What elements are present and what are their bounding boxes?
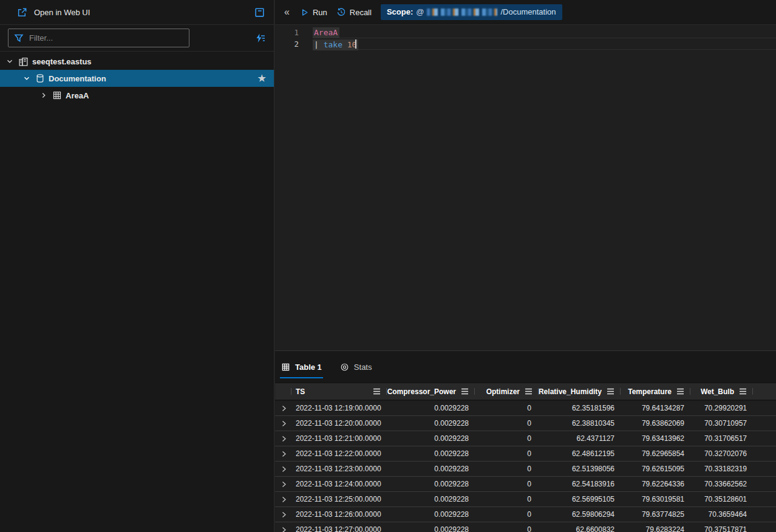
tree-item-database[interactable]: Documentation ★ — [0, 70, 274, 87]
line-number: 2 — [275, 39, 304, 49]
table-row[interactable]: 2022-11-03 12:25:00.0000 0.0029228 0 62.… — [275, 492, 776, 507]
table-row[interactable]: 2022-11-03 12:21:00.0000 0.0029228 0 62.… — [275, 431, 776, 446]
cell-temperature: 79.62965854 — [621, 449, 690, 458]
table-row[interactable]: 2022-11-03 12:23:00.0000 0.0029228 0 62.… — [275, 462, 776, 477]
cell-ts: 2022-11-03 12:26:00.0000 — [291, 510, 387, 519]
cell-wet-bulb: 70.35128601 — [690, 495, 753, 503]
row-expand-icon[interactable] — [275, 496, 291, 503]
cell-optimizer: 0 — [475, 434, 539, 443]
cell-relative-humidity: 62.48612195 — [539, 449, 621, 458]
cell-wet-bulb: 70.29920291 — [690, 404, 753, 412]
filter-input[interactable]: Filter... — [8, 29, 189, 47]
cell-relative-humidity: 62.56995105 — [539, 495, 621, 503]
cell-optimizer: 0 — [475, 510, 539, 519]
cell-optimizer: 0 — [475, 419, 539, 428]
cell-compressor-power: 0.0029228 — [387, 495, 475, 503]
column-header-ts: TS — [291, 383, 387, 400]
chevron-right-icon[interactable] — [39, 91, 49, 100]
cell-relative-humidity: 62.54183916 — [539, 480, 621, 488]
column-label: Wet_Bulb — [701, 387, 734, 396]
collapse-panel-button[interactable]: « — [283, 7, 291, 17]
run-button[interactable]: Run — [300, 8, 327, 17]
tree-item-table[interactable]: AreaA — [0, 87, 274, 104]
text-cursor — [355, 39, 356, 49]
sidebar-header: Open in Web UI — [0, 0, 274, 25]
stats-icon — [340, 363, 349, 372]
cell-optimizer: 0 — [475, 525, 539, 532]
results-tabs: Table 1 Stats — [275, 351, 776, 383]
sidebar-title: Open in Web UI — [34, 8, 90, 17]
results-table: TS Compressor_Power Optimizer — [275, 383, 776, 532]
tab-table-1[interactable]: Table 1 — [281, 351, 322, 383]
chevron-down-icon[interactable] — [22, 74, 32, 83]
sidebar: Open in Web UI Filter... — [0, 0, 274, 532]
column-header-relative-humidity: Relative_Humidity — [539, 383, 621, 400]
column-label: Compressor_Power — [387, 387, 456, 396]
column-menu-icon[interactable] — [373, 388, 381, 395]
cell-compressor-power: 0.0029228 — [387, 434, 475, 443]
row-expand-icon[interactable] — [275, 450, 291, 458]
header-filler — [753, 383, 776, 400]
tree-item-cluster[interactable]: seeqtest.eastus — [0, 53, 274, 70]
row-expand-icon[interactable] — [275, 526, 291, 532]
table-row[interactable]: 2022-11-03 12:22:00.0000 0.0029228 0 62.… — [275, 446, 776, 462]
recall-label: Recall — [350, 8, 372, 17]
cell-ts: 2022-11-03 12:23:00.0000 — [291, 465, 387, 473]
layout-panel-icon[interactable] — [254, 7, 265, 18]
row-expand-icon[interactable] — [275, 420, 291, 428]
column-menu-icon[interactable] — [676, 388, 684, 395]
run-label: Run — [313, 8, 327, 17]
table-row[interactable]: 2022-11-03 12:19:00.0000 0.0029228 0 62.… — [275, 401, 776, 416]
cell-relative-humidity: 62.59806294 — [539, 510, 621, 519]
cell-optimizer: 0 — [475, 495, 539, 503]
recall-history-icon — [336, 7, 346, 17]
column-menu-icon[interactable] — [525, 388, 533, 395]
query-editor[interactable]: 1 AreaA 2 | take 10 — [275, 26, 776, 350]
main-area: « Run Recall Scope: @ /Docu — [275, 0, 776, 532]
column-label: Relative_Humidity — [539, 387, 602, 396]
table-row[interactable]: 2022-11-03 12:26:00.0000 0.0029228 0 62.… — [275, 507, 776, 522]
cell-temperature: 79.62264336 — [621, 480, 690, 488]
row-expand-icon[interactable] — [275, 480, 291, 488]
column-menu-icon[interactable] — [739, 388, 747, 395]
cell-ts: 2022-11-03 12:19:00.0000 — [291, 404, 387, 412]
row-expand-icon[interactable] — [275, 511, 291, 519]
token-space — [342, 40, 347, 49]
cell-ts: 2022-11-03 12:25:00.0000 — [291, 495, 387, 503]
cell-relative-humidity: 62.6600832 — [539, 525, 621, 532]
query-toolbar: « Run Recall Scope: @ /Docu — [275, 0, 776, 25]
scope-redacted-cluster — [427, 9, 497, 16]
table-row[interactable]: 2022-11-03 12:27:00.0000 0.0029228 0 62.… — [275, 522, 776, 532]
cell-compressor-power: 0.0029228 — [387, 525, 475, 532]
open-in-web-ui-button[interactable]: Open in Web UI — [17, 7, 90, 18]
row-expand-icon[interactable] — [275, 404, 291, 412]
cell-optimizer: 0 — [475, 404, 539, 412]
column-menu-icon[interactable] — [607, 388, 614, 395]
cell-relative-humidity: 62.35181596 — [539, 404, 621, 412]
table-row[interactable]: 2022-11-03 12:20:00.0000 0.0029228 0 62.… — [275, 416, 776, 431]
column-menu-icon[interactable] — [461, 388, 469, 395]
row-expand-icon[interactable] — [275, 465, 291, 473]
editor-line-1: 1 AreaA — [275, 27, 776, 38]
tab-stats[interactable]: Stats — [340, 351, 372, 383]
scope-label: Scope: — [387, 7, 413, 16]
cell-wet-bulb: 70.37517871 — [690, 525, 753, 532]
scope-selector[interactable]: Scope: @ /Documentation — [381, 4, 562, 20]
tree-item-label: Documentation — [49, 74, 106, 83]
cell-compressor-power: 0.0029228 — [387, 480, 475, 488]
cell-compressor-power: 0.0029228 — [387, 510, 475, 519]
cell-wet-bulb: 70.33182319 — [690, 465, 753, 473]
row-expand-icon[interactable] — [275, 435, 291, 443]
cell-optimizer: 0 — [475, 465, 539, 473]
recall-button[interactable]: Recall — [336, 7, 372, 17]
cell-ts: 2022-11-03 12:21:00.0000 — [291, 434, 387, 443]
quick-filter-icon[interactable] — [254, 33, 266, 44]
filter-row: Filter... — [0, 25, 274, 52]
cell-temperature: 79.63774825 — [621, 510, 690, 519]
table-header-row: TS Compressor_Power Optimizer — [275, 383, 776, 401]
favorite-star-icon[interactable]: ★ — [258, 73, 266, 84]
table-row[interactable]: 2022-11-03 12:24:00.0000 0.0029228 0 62.… — [275, 477, 776, 492]
filter-placeholder: Filter... — [29, 33, 53, 43]
column-label: TS — [296, 387, 305, 396]
chevron-down-icon[interactable] — [5, 57, 15, 66]
